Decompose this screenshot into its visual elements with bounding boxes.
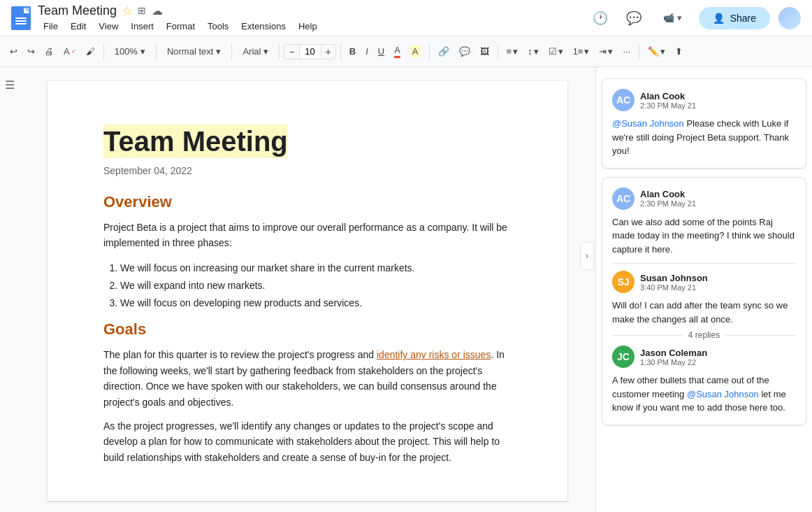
separator-1 xyxy=(103,43,104,60)
menu-edit[interactable]: Edit xyxy=(65,20,92,33)
align-icon: ≡ xyxy=(507,46,512,57)
panel-collapse-button[interactable]: › xyxy=(580,242,594,270)
comment-text-2: Can we also add some of the points Raj m… xyxy=(612,215,796,257)
underline-button[interactable]: U xyxy=(374,43,389,59)
reply-meta-susan: Susan Johnson 3:40 PM May 21 xyxy=(640,273,708,292)
text-style-selector[interactable]: Normal text ▾ xyxy=(161,43,227,60)
separator-3 xyxy=(231,43,232,60)
cloud-icon[interactable]: ☁ xyxy=(152,4,163,17)
zoom-selector[interactable]: 100% ▾ xyxy=(108,43,152,60)
line-spacing-icon: ↕ xyxy=(528,46,532,57)
video-icon: 📹 xyxy=(663,13,674,23)
font-value: Arial xyxy=(242,46,261,57)
italic-icon: I xyxy=(365,46,368,57)
ordered-list-button[interactable]: 1≡▾ xyxy=(569,43,594,59)
list-item: We will expand into new markets. xyxy=(120,277,512,294)
reply-author-susan: Susan Johnson xyxy=(640,273,708,283)
document-page: Team Meeting September 04, 2022 Overview… xyxy=(48,81,567,501)
font-size-input[interactable] xyxy=(299,45,321,58)
bold-button[interactable]: B xyxy=(345,43,360,59)
thread-time-jason: 1:30 PM May 22 xyxy=(640,358,707,367)
font-arrow-icon: ▾ xyxy=(263,46,268,57)
checklist-button[interactable]: ☑▾ xyxy=(544,43,567,59)
menu-extensions[interactable]: Extensions xyxy=(235,20,291,33)
goals-paragraph-2: As the project progresses, we'll identif… xyxy=(103,418,512,465)
comment-icon: 💬 xyxy=(459,46,470,57)
reply-text-susan: Will do! I can add after the team sync s… xyxy=(612,299,796,326)
reply-header-susan: SJ Susan Johnson 3:40 PM May 21 xyxy=(612,271,796,293)
redo-icon: ↪ xyxy=(27,46,35,57)
image-icon: 🖼 xyxy=(480,46,489,57)
font-selector[interactable]: Arial ▾ xyxy=(236,43,275,60)
thread-avatar-jason: JC xyxy=(612,346,635,368)
paint-format-button[interactable]: 🖌 xyxy=(82,43,99,59)
editing-mode-button[interactable]: ✏️▾ xyxy=(644,43,669,59)
comments-panel: AC Alan Cook 2:30 PM May 21 @Susan Johns… xyxy=(595,67,812,512)
comment-button[interactable]: 💬 xyxy=(455,43,474,59)
main-layout: ☰ Team Meeting September 04, 2022 Overvi… xyxy=(0,67,812,512)
menu-help[interactable]: Help xyxy=(293,20,323,33)
comment-meta-1: Alan Cook 2:30 PM May 21 xyxy=(640,91,696,110)
google-docs-icon xyxy=(11,6,31,30)
text-color-icon: A xyxy=(394,45,400,58)
more-button[interactable]: ··· xyxy=(618,43,635,59)
meet-button[interactable]: 📹 ▾ xyxy=(655,8,690,27)
undo-button[interactable]: ↩ xyxy=(6,43,22,59)
zoom-arrow-icon: ▾ xyxy=(140,46,145,57)
comment-avatar-1: AC xyxy=(612,89,635,111)
menu-tools[interactable]: Tools xyxy=(202,20,234,33)
share-button[interactable]: 👤 Share xyxy=(699,7,770,29)
comment-card-2: AC Alan Cook 2:30 PM May 21 Can we also … xyxy=(602,177,806,425)
text-color-button[interactable]: A xyxy=(390,42,405,61)
overview-list: We will focus on increasing our market s… xyxy=(120,259,512,313)
outline-toggle-button[interactable]: ⬆ xyxy=(671,43,687,59)
menu-file[interactable]: File xyxy=(38,20,64,33)
replies-count[interactable]: 4 replies xyxy=(612,330,796,340)
comment-avatar-2: AC xyxy=(612,187,635,210)
title-bar: Team Meeting ☆ ⊞ ☁ File Edit View Insert… xyxy=(0,0,812,36)
menu-insert[interactable]: Insert xyxy=(125,20,159,33)
document-title: Team Meeting xyxy=(38,3,117,18)
menu-format[interactable]: Format xyxy=(161,20,201,33)
increase-font-size-button[interactable]: + xyxy=(321,45,335,59)
title-right: 🕐 💬 📹 ▾ 👤 Share xyxy=(588,6,801,31)
print-button[interactable]: 🖨 xyxy=(41,43,58,59)
align-button[interactable]: ≡▾ xyxy=(502,43,523,59)
thread-text-jason: A few other bullets that came out of the… xyxy=(612,374,796,415)
spell-check-button[interactable]: A ✓ xyxy=(59,43,80,59)
comment-author-2: Alan Cook xyxy=(640,189,696,199)
mention-1[interactable]: @Susan Johnson xyxy=(612,118,684,129)
star-icon[interactable]: ☆ xyxy=(122,4,132,17)
image-button[interactable]: 🖼 xyxy=(476,43,493,59)
comments-button[interactable]: 💬 xyxy=(621,6,646,31)
indent-button[interactable]: ⇥▾ xyxy=(595,43,617,59)
history-icon[interactable]: ⊞ xyxy=(138,5,146,16)
thread-mention[interactable]: @Susan Johnson xyxy=(687,389,759,399)
highlight-icon: A xyxy=(410,45,421,57)
menu-view[interactable]: View xyxy=(93,20,124,33)
comment-time-1: 2:30 PM May 21 xyxy=(640,101,696,110)
underline-icon: U xyxy=(378,46,384,57)
link-icon: 🔗 xyxy=(438,46,449,57)
list-item: We will focus on developing new products… xyxy=(120,294,512,312)
italic-button[interactable]: I xyxy=(361,43,372,59)
decrease-font-size-button[interactable]: − xyxy=(284,45,298,59)
comment-author-1: Alan Cook xyxy=(640,91,696,101)
highlight-color-button[interactable]: A xyxy=(406,43,425,60)
line-spacing-button[interactable]: ↕▾ xyxy=(523,43,543,59)
overview-heading: Overview xyxy=(103,193,512,211)
goals-text-before: The plan for this quarter is to review t… xyxy=(103,349,377,360)
thread-meta-jason: Jason Coleman 1:30 PM May 22 xyxy=(640,348,707,367)
share-label: Share xyxy=(730,13,756,24)
separator-4 xyxy=(279,43,280,60)
document-area: Team Meeting September 04, 2022 Overview… xyxy=(20,67,595,512)
separator-8 xyxy=(639,43,639,60)
redo-button[interactable]: ↪ xyxy=(23,43,39,59)
link-button[interactable]: 🔗 xyxy=(434,43,454,59)
outline-sidebar-toggle[interactable]: ☰ xyxy=(1,76,19,94)
thread-author-jason: Jason Coleman xyxy=(640,348,707,358)
comment-header-2: AC Alan Cook 2:30 PM May 21 xyxy=(612,187,796,210)
user-avatar[interactable] xyxy=(778,7,801,29)
history-button[interactable]: 🕐 xyxy=(588,6,613,31)
meet-arrow: ▾ xyxy=(677,13,682,23)
